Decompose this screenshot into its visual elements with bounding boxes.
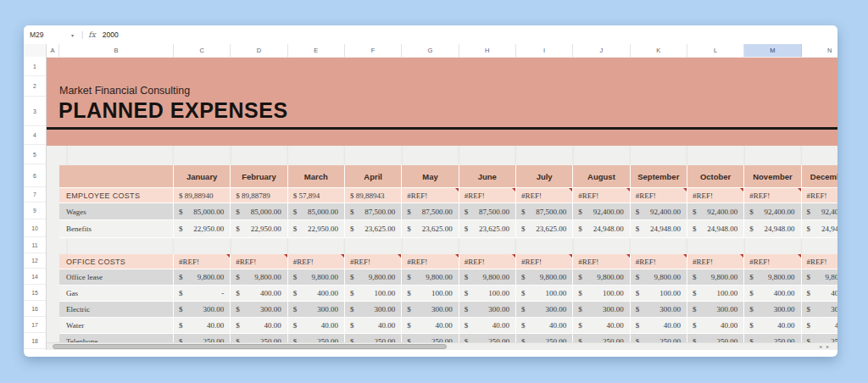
cell-amount[interactable]: $9,800.00 xyxy=(231,269,287,286)
row-header-2[interactable]: 2 xyxy=(24,76,46,97)
cell-section-total[interactable]: $ 89,88943 xyxy=(345,188,402,203)
cell-amount[interactable]: $40.00 xyxy=(687,318,744,334)
cell-amount[interactable]: $300.00 xyxy=(687,302,744,318)
column-header-J[interactable]: J xyxy=(573,44,630,57)
chevron-down-icon[interactable]: ▾ xyxy=(71,32,74,38)
row-header-4[interactable]: 4 xyxy=(24,126,46,145)
cell-amount[interactable]: $22,950.00 xyxy=(174,220,231,238)
column-header-H[interactable]: H xyxy=(459,44,516,57)
cell-amount[interactable]: $400.00 xyxy=(288,286,345,302)
column-header-I[interactable]: I xyxy=(516,44,573,57)
cell-amount[interactable]: $40.00 xyxy=(516,318,573,334)
cell-amount[interactable]: $400.00 xyxy=(231,286,287,302)
cell-amount[interactable]: $24,948.00 xyxy=(744,220,801,238)
row-label[interactable]: Office lease xyxy=(59,269,174,286)
cell-amount[interactable]: $92,400.00 xyxy=(573,203,630,220)
formula-input[interactable]: 2000 xyxy=(103,31,119,39)
cell-amount[interactable]: $85,000.00 xyxy=(231,203,287,220)
cell-amount[interactable]: $9,800.00 xyxy=(687,269,744,286)
cell-amount[interactable]: $22,950.00 xyxy=(288,220,345,238)
cell-amount[interactable]: $24,948.00 xyxy=(631,220,687,238)
cell-amount[interactable]: $9,800.00 xyxy=(459,269,516,286)
cell-ref-error[interactable]: #REF! xyxy=(288,254,345,269)
column-header-C[interactable]: C xyxy=(174,44,231,57)
row-label[interactable]: Gas xyxy=(59,286,174,302)
row-header-9[interactable]: 9 xyxy=(24,203,46,219)
column-header-L[interactable]: L xyxy=(687,44,744,57)
cell-ref-error[interactable]: #REF! xyxy=(174,254,231,269)
row-header-17[interactable]: 17 xyxy=(24,317,46,333)
cell-ref-error[interactable]: #REF! xyxy=(345,254,402,269)
cell-ref-error[interactable]: #REF! xyxy=(402,188,459,203)
cell-amount[interactable]: $300.00 xyxy=(231,302,287,318)
cell-name-box[interactable]: M29 ▾ xyxy=(24,25,80,44)
cell-amount[interactable]: $9,800.00 xyxy=(288,269,345,286)
column-header-A[interactable]: A xyxy=(47,44,59,57)
cell-amount[interactable]: $9,800.00 xyxy=(345,269,402,286)
cell-amount[interactable]: $40.00 xyxy=(459,318,516,334)
month-header-december[interactable]: December xyxy=(802,165,837,188)
month-header-july[interactable]: July xyxy=(516,165,573,188)
cell-amount[interactable]: $300.00 xyxy=(288,302,345,318)
cell-ref-error[interactable]: #REF! xyxy=(573,188,630,203)
cell-amount[interactable]: $87,500.00 xyxy=(402,203,459,220)
row-header-11[interactable]: 11 xyxy=(24,237,46,253)
month-header-april[interactable]: April xyxy=(345,165,402,188)
row-label[interactable]: Water xyxy=(59,318,174,334)
cell-amount[interactable]: $22,950.00 xyxy=(231,220,287,238)
cell-ref-error[interactable]: #REF! xyxy=(516,188,573,203)
cell-amount[interactable]: $100.00 xyxy=(631,286,687,302)
row-header-5[interactable]: 5 xyxy=(24,145,46,164)
cell-months-blank[interactable] xyxy=(59,165,174,188)
cell-amount[interactable]: $100.00 xyxy=(402,286,459,302)
month-header-january[interactable]: January xyxy=(174,165,231,188)
cell-amount[interactable]: $40.00 xyxy=(345,318,402,334)
cell-amount[interactable]: $300.00 xyxy=(744,302,801,318)
row-header-18[interactable]: 18 xyxy=(24,333,46,349)
cell-ref-error[interactable]: #REF! xyxy=(631,254,687,269)
select-all-corner[interactable] xyxy=(24,44,47,57)
row-label[interactable]: Electric xyxy=(59,302,174,318)
cell-amount[interactable]: $40.00 xyxy=(288,318,345,334)
column-header-E[interactable]: E xyxy=(288,44,345,57)
cell-amount[interactable]: $85,000.00 xyxy=(288,203,345,220)
cell-amount[interactable]: $87,500.00 xyxy=(459,203,516,220)
cell-amount[interactable]: $23,625.00 xyxy=(345,220,402,238)
cell-amount[interactable]: $40.00 xyxy=(573,318,630,334)
cell-amount[interactable]: $300.00 xyxy=(631,302,687,318)
cell-amount[interactable]: $100.00 xyxy=(345,286,402,302)
cell-amount[interactable]: $92,400.00 xyxy=(631,203,687,220)
row-header-3[interactable]: 3 xyxy=(24,97,46,126)
month-header-august[interactable]: August xyxy=(573,165,630,188)
cell-amount[interactable]: $300.00 xyxy=(516,302,573,318)
column-header-G[interactable]: G xyxy=(402,44,459,57)
column-header-N[interactable]: N xyxy=(802,44,837,57)
cell-ref-error[interactable]: #REF! xyxy=(744,188,801,203)
cell-amount[interactable]: $87,500.00 xyxy=(345,203,402,220)
cell-ref-error[interactable]: #REF! xyxy=(402,254,459,269)
column-header-B[interactable]: B xyxy=(59,44,174,57)
cell-amount[interactable]: $100.00 xyxy=(516,286,573,302)
cell-amount[interactable]: $300.00 xyxy=(802,302,837,318)
cell-amount[interactable]: $300.00 xyxy=(345,302,402,318)
cell-ref-error[interactable]: #REF! xyxy=(459,254,516,269)
cell-amount[interactable]: $24,948.00 xyxy=(802,220,837,238)
cell-ref-error[interactable]: #REF! xyxy=(687,254,744,269)
cell-amount[interactable]: $23,625.00 xyxy=(459,220,516,238)
cell-amount[interactable]: $23,625.00 xyxy=(402,220,459,238)
cell-amount[interactable]: $300.00 xyxy=(573,302,630,318)
cell-ref-error[interactable]: #REF! xyxy=(459,188,516,203)
month-header-september[interactable]: September xyxy=(631,165,687,188)
column-header-K[interactable]: K xyxy=(631,44,687,57)
row-header-6[interactable]: 6 xyxy=(24,164,46,187)
cell-ref-error[interactable]: #REF! xyxy=(687,188,744,203)
cell-amount[interactable]: $40.00 xyxy=(802,318,837,334)
row-header-7[interactable]: 7 xyxy=(24,187,46,203)
row-header-14[interactable]: 14 xyxy=(24,269,46,285)
section-label[interactable]: EMPLOYEE COSTS xyxy=(59,188,174,203)
row-header-15[interactable]: 15 xyxy=(24,285,46,301)
cell-ref-error[interactable]: #REF! xyxy=(573,254,630,269)
cell-amount[interactable]: $- xyxy=(174,286,231,302)
cell-ref-error[interactable]: #REF! xyxy=(516,254,573,269)
cell-section-total[interactable]: $ 89,88789 xyxy=(231,188,287,203)
